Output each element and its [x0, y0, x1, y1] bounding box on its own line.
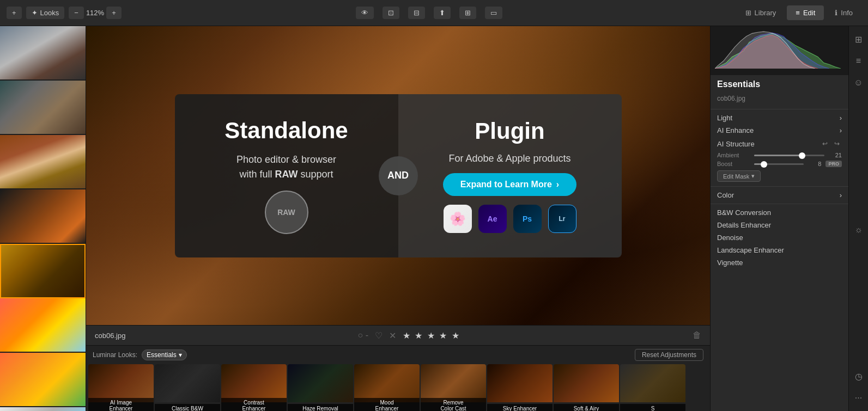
panel-content: Essentials cob06.jpg Light › AI Enhance …	[711, 75, 868, 269]
face-icon-button[interactable]: ☺	[852, 76, 865, 89]
expand-button[interactable]: Expand to Learn More ›	[443, 173, 576, 196]
looks-header: Luminar Looks: Essentials ▾ Reset Adjust…	[86, 346, 710, 364]
chevron-right-icon: ›	[840, 114, 842, 122]
boost-slider[interactable]	[754, 163, 804, 165]
rating-stars[interactable]: ★ ★ ★ ★ ★	[403, 330, 460, 341]
app-icons-row: 🌸 Ae Ps Lr	[444, 205, 576, 233]
delete-button[interactable]: 🗑	[693, 330, 701, 340]
tab-library[interactable]: ⊞ Library	[737, 5, 785, 20]
divider	[711, 109, 848, 109]
share-button[interactable]: ⬆	[434, 7, 451, 19]
standalone-title: Standalone	[224, 118, 348, 144]
panel-title: Essentials	[711, 75, 848, 94]
grid-button[interactable]: ⊞	[459, 7, 476, 19]
file-info-right: 🗑	[693, 330, 701, 340]
filmstrip-item[interactable]	[0, 407, 86, 411]
look-label: RemoveColor Cast	[421, 398, 486, 411]
tab-edit[interactable]: ≡ Edit	[787, 5, 824, 20]
undo-button[interactable]: ↩	[820, 139, 830, 149]
info-label: Info	[841, 9, 853, 17]
filmstrip-item[interactable]	[0, 353, 86, 407]
filmstrip	[0, 26, 86, 411]
heart-icon[interactable]: ♡	[375, 330, 383, 341]
edit-mask-button[interactable]: Edit Mask ▾	[717, 170, 761, 182]
look-label: ContrastEnhancer	[221, 398, 287, 411]
look-item-contrast-enhancer[interactable]: ContrastEnhancer	[221, 364, 287, 411]
look-item-soft-airy[interactable]: Soft & Airy	[554, 364, 619, 411]
sun-icon-button[interactable]: ☼	[852, 223, 865, 236]
photoshop-icon: Ps	[513, 205, 542, 233]
chevron-down-icon: ▾	[179, 351, 182, 359]
sliders-icon-button[interactable]: ≡	[852, 54, 865, 68]
circle-icon: ○ -	[358, 330, 368, 340]
ambient-slider[interactable]	[754, 155, 824, 156]
panel-section-details[interactable]: Details Enhancer	[711, 219, 848, 231]
filmstrip-item[interactable]	[0, 189, 86, 244]
plugin-subtitle: For Adobe & Apple products	[448, 153, 570, 164]
crop-icon: ⊟	[414, 9, 420, 17]
panel-section-ai-structure[interactable]: AI Structure ↩ ↪	[711, 137, 848, 151]
filmstrip-item[interactable]	[0, 298, 86, 353]
look-item-remove-color-cast[interactable]: RemoveColor Cast	[421, 364, 486, 411]
more-icon-button[interactable]: ···	[852, 391, 865, 404]
standalone-subtitle: Photo editor & browserwith full RAW supp…	[236, 152, 336, 182]
main-layout: Standalone Photo editor & browserwith fu…	[0, 26, 868, 411]
tab-info[interactable]: ℹ Info	[826, 5, 861, 20]
panel-filename: cob06.jpg	[711, 94, 848, 107]
center-area: Standalone Photo editor & browserwith fu…	[86, 26, 710, 411]
panel-section-light[interactable]: Light ›	[711, 112, 848, 124]
eye-button[interactable]: 👁	[356, 7, 374, 19]
look-item-sky-enhancer[interactable]: Sky Enhancer	[487, 364, 553, 411]
support-text: support	[301, 169, 333, 180]
filmstrip-item-active[interactable]	[0, 244, 86, 298]
ambient-label: Ambient	[717, 152, 750, 158]
redo-button[interactable]: ↪	[832, 139, 842, 149]
toolbar-center-icons: 👁 ⊡ ⊟ ⬆ ⊞ ▭	[356, 7, 502, 19]
compare-button[interactable]: ⊡	[383, 7, 399, 19]
looks-dropdown[interactable]: Essentials ▾	[142, 349, 187, 360]
crop-button[interactable]: ⊟	[408, 7, 425, 19]
landscape-label: Landscape Enhancer	[717, 246, 784, 254]
filmstrip-item[interactable]	[0, 26, 86, 81]
panel-section-denoise[interactable]: Denoise	[711, 231, 848, 244]
bw-label: B&W Conversion	[717, 208, 771, 217]
edit-mask-label: Edit Mask	[723, 173, 749, 180]
chevron-down-icon: ▾	[751, 173, 755, 180]
zoom-in-button[interactable]: +	[106, 7, 122, 19]
panel-section-ai-enhance[interactable]: AI Enhance ›	[711, 124, 848, 137]
filmstrip-item[interactable]	[0, 81, 86, 135]
expand-arrow-icon: ›	[556, 180, 559, 189]
panel-section-bw[interactable]: B&W Conversion	[711, 206, 848, 219]
reject-icon[interactable]: ✕	[389, 330, 396, 341]
looks-button[interactable]: ✦ Looks	[26, 7, 65, 19]
clock-icon-button[interactable]: ◷	[852, 370, 865, 383]
ambient-slider-row: Ambient 21	[711, 151, 848, 160]
edit-label: Edit	[803, 9, 815, 17]
look-item-mood-enhancer[interactable]: MoodEnhancer	[354, 364, 420, 411]
screen-button[interactable]: ▭	[485, 7, 502, 19]
file-info-center: ○ - ♡ ✕ ★ ★ ★ ★ ★	[134, 330, 684, 341]
look-item-ai-image-enhancer[interactable]: AI ImageEnhancer	[88, 364, 154, 411]
filmstrip-item[interactable]	[0, 135, 86, 189]
look-label: MoodEnhancer	[354, 398, 420, 411]
top-toolbar: + ✦ Looks − 112% + 👁 ⊡ ⊟ ⬆ ⊞ ▭ ⊞	[0, 0, 868, 26]
look-item-haze-removal[interactable]: Haze Removal	[288, 364, 353, 411]
photo-background: Standalone Photo editor & browserwith fu…	[86, 26, 710, 325]
panel-section-color[interactable]: Color ›	[711, 189, 848, 201]
eye-icon: 👁	[361, 9, 368, 17]
layers-icon-button[interactable]: ⊞	[852, 33, 865, 46]
look-item-classic-bw[interactable]: Classic B&W	[155, 364, 220, 411]
and-circle: AND	[379, 156, 418, 195]
reset-adjustments-button[interactable]: Reset Adjustments	[635, 349, 703, 361]
look-item-s[interactable]: S	[620, 364, 685, 411]
light-label: Light	[717, 114, 732, 122]
zoom-out-button[interactable]: −	[69, 7, 84, 19]
photos-app-icon: 🌸	[444, 205, 472, 233]
add-button[interactable]: +	[7, 7, 22, 19]
panel-section-landscape[interactable]: Landscape Enhancer	[711, 244, 848, 256]
plugin-panel: Plugin For Adobe & Apple products Expand…	[398, 94, 622, 257]
histogram-area	[711, 26, 868, 75]
expand-label: Expand to Learn More	[460, 180, 552, 189]
grid-icon: ⊞	[465, 9, 471, 17]
panel-section-vignette[interactable]: Vignette	[711, 256, 848, 269]
